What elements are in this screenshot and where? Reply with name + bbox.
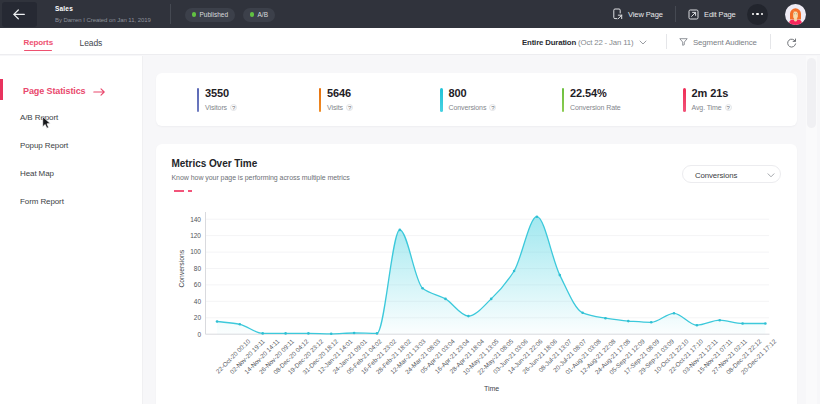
svg-text:60: 60 [194, 281, 202, 288]
svg-text:80: 80 [194, 265, 202, 272]
svg-text:100: 100 [190, 248, 201, 255]
svg-text:120: 120 [190, 232, 201, 239]
svg-text:Conversions: Conversions [179, 249, 186, 287]
svg-text:140: 140 [190, 216, 201, 223]
svg-text:40: 40 [194, 298, 202, 305]
svg-text:Time: Time [484, 385, 499, 392]
svg-text:20: 20 [194, 314, 202, 321]
svg-text:0: 0 [197, 331, 201, 338]
